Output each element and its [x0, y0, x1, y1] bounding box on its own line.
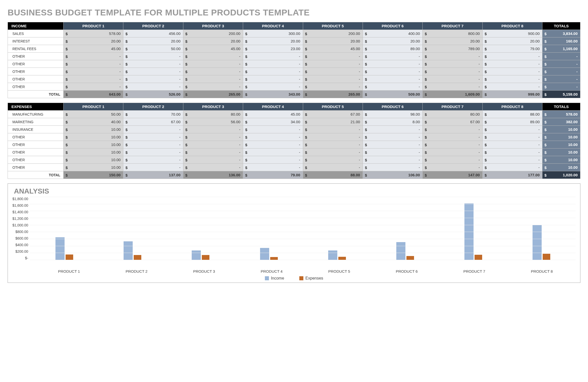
data-cell[interactable]: $-	[363, 126, 422, 133]
data-cell[interactable]: $-	[243, 53, 303, 60]
data-cell[interactable]: $10.00	[64, 148, 123, 156]
data-cell[interactable]: $-	[363, 68, 422, 75]
data-cell[interactable]: $-	[183, 148, 243, 156]
data-cell[interactable]: $70.00	[123, 111, 183, 118]
data-cell[interactable]: $578.00	[64, 30, 123, 37]
data-cell[interactable]: $456.00	[123, 30, 183, 37]
data-cell[interactable]: $-	[303, 83, 363, 91]
data-cell[interactable]: $56.00	[183, 118, 243, 126]
data-cell[interactable]: $67.00	[423, 118, 482, 126]
data-cell[interactable]: $10.00	[64, 164, 123, 171]
data-cell[interactable]: $-	[482, 126, 542, 133]
data-cell[interactable]: $20.00	[423, 37, 482, 45]
data-cell[interactable]: $-	[303, 164, 363, 171]
data-cell[interactable]: $-	[243, 164, 303, 171]
data-cell[interactable]: $-	[423, 133, 482, 141]
data-cell[interactable]: $-	[363, 83, 422, 91]
data-cell[interactable]: $8.00	[363, 118, 422, 126]
data-cell[interactable]: $-	[64, 83, 123, 91]
data-cell[interactable]: $20.00	[64, 37, 123, 45]
data-cell[interactable]: $400.00	[363, 30, 422, 37]
data-cell[interactable]: $88.00	[482, 111, 542, 118]
data-cell[interactable]: $-	[123, 156, 183, 164]
data-cell[interactable]: $-	[64, 53, 123, 60]
data-cell[interactable]: $-	[303, 126, 363, 133]
data-cell[interactable]: $-	[243, 133, 303, 141]
data-cell[interactable]: $-	[423, 148, 482, 156]
data-cell[interactable]: $-	[363, 164, 422, 171]
data-cell[interactable]: $20.00	[303, 37, 363, 45]
data-cell[interactable]: $-	[123, 126, 183, 133]
data-cell[interactable]: $45.00	[183, 45, 243, 53]
data-cell[interactable]: $-	[423, 126, 482, 133]
data-cell[interactable]: $-	[64, 68, 123, 75]
data-cell[interactable]: $-	[123, 148, 183, 156]
data-cell[interactable]: $-	[303, 60, 363, 68]
data-cell[interactable]: $-	[482, 141, 542, 148]
data-cell[interactable]: $-	[183, 126, 243, 133]
data-cell[interactable]: $-	[423, 164, 482, 171]
data-cell[interactable]: $-	[482, 53, 542, 60]
data-cell[interactable]: $20.00	[183, 37, 243, 45]
data-cell[interactable]: $-	[303, 75, 363, 83]
data-cell[interactable]: $-	[482, 83, 542, 91]
data-cell[interactable]: $-	[183, 68, 243, 75]
data-cell[interactable]: $34.00	[243, 118, 303, 126]
data-cell[interactable]: $45.00	[64, 45, 123, 53]
data-cell[interactable]: $21.00	[303, 118, 363, 126]
data-cell[interactable]: $-	[482, 148, 542, 156]
data-cell[interactable]: $-	[243, 148, 303, 156]
data-cell[interactable]: $-	[123, 53, 183, 60]
data-cell[interactable]: $45.00	[303, 45, 363, 53]
data-cell[interactable]: $-	[243, 141, 303, 148]
data-cell[interactable]: $900.00	[482, 30, 542, 37]
data-cell[interactable]: $-	[183, 60, 243, 68]
data-cell[interactable]: $-	[123, 141, 183, 148]
data-cell[interactable]: $20.00	[123, 37, 183, 45]
data-cell[interactable]: $200.00	[303, 30, 363, 37]
data-cell[interactable]: $-	[363, 133, 422, 141]
data-cell[interactable]: $-	[123, 133, 183, 141]
data-cell[interactable]: $800.00	[423, 30, 482, 37]
data-cell[interactable]: $-	[243, 83, 303, 91]
data-cell[interactable]: $89.00	[482, 118, 542, 126]
data-cell[interactable]: $20.00	[243, 37, 303, 45]
data-cell[interactable]: $-	[363, 60, 422, 68]
data-cell[interactable]: $10.00	[64, 126, 123, 133]
data-cell[interactable]: $-	[303, 68, 363, 75]
data-cell[interactable]: $40.00	[64, 118, 123, 126]
data-cell[interactable]: $-	[183, 83, 243, 91]
data-cell[interactable]: $10.00	[64, 141, 123, 148]
data-cell[interactable]: $-	[183, 53, 243, 60]
data-cell[interactable]: $-	[243, 60, 303, 68]
data-cell[interactable]: $-	[123, 164, 183, 171]
data-cell[interactable]: $67.00	[123, 118, 183, 126]
data-cell[interactable]: $789.00	[423, 45, 482, 53]
data-cell[interactable]: $-	[363, 75, 422, 83]
data-cell[interactable]: $50.00	[123, 45, 183, 53]
data-cell[interactable]: $-	[183, 141, 243, 148]
data-cell[interactable]: $-	[243, 126, 303, 133]
data-cell[interactable]: $-	[423, 75, 482, 83]
data-cell[interactable]: $20.00	[363, 37, 422, 45]
data-cell[interactable]: $-	[482, 164, 542, 171]
data-cell[interactable]: $50.00	[64, 111, 123, 118]
data-cell[interactable]: $10.00	[64, 156, 123, 164]
data-cell[interactable]: $45.00	[243, 111, 303, 118]
data-cell[interactable]: $80.00	[423, 111, 482, 118]
data-cell[interactable]: $-	[423, 141, 482, 148]
data-cell[interactable]: $-	[482, 75, 542, 83]
data-cell[interactable]: $-	[64, 60, 123, 68]
data-cell[interactable]: $-	[363, 141, 422, 148]
data-cell[interactable]: $200.00	[183, 30, 243, 37]
data-cell[interactable]: $80.00	[183, 111, 243, 118]
data-cell[interactable]: $-	[303, 156, 363, 164]
data-cell[interactable]: $89.00	[363, 45, 422, 53]
data-cell[interactable]: $-	[303, 133, 363, 141]
data-cell[interactable]: $300.00	[243, 30, 303, 37]
data-cell[interactable]: $-	[482, 133, 542, 141]
data-cell[interactable]: $79.00	[482, 45, 542, 53]
data-cell[interactable]: $-	[243, 75, 303, 83]
data-cell[interactable]: $-	[123, 68, 183, 75]
data-cell[interactable]: $-	[482, 156, 542, 164]
